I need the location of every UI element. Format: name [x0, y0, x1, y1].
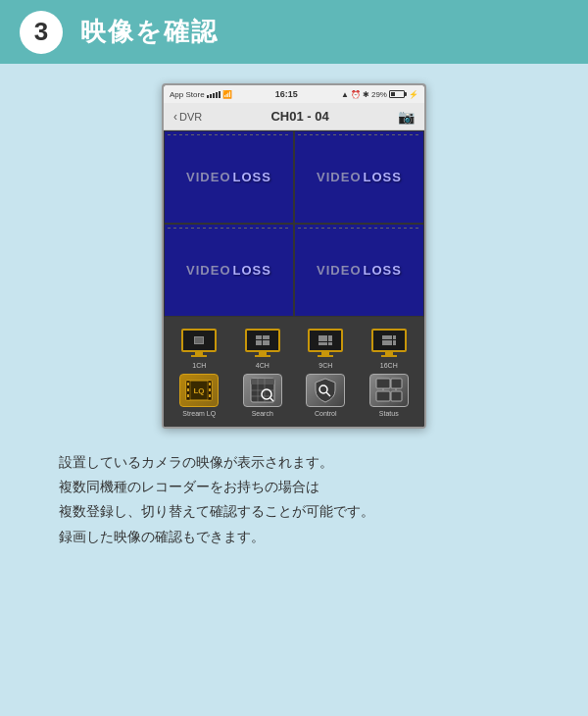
- toolbar-item-stream[interactable]: LQ Stream LQ: [172, 373, 226, 417]
- description-block: 設置しているカメラの映像が表示されます。 複数同機種のレコーダーをお持ちの場合は…: [29, 450, 559, 549]
- video-word-1: VIDEO: [186, 170, 230, 184]
- signal-bar-2: [210, 94, 212, 98]
- phone-mockup: App Store 📶 16:15 ▲ ⏰ ✱ 29%: [162, 83, 426, 429]
- nav-back-button[interactable]: ‹ DVR: [173, 110, 202, 124]
- svg-rect-20: [376, 379, 390, 388]
- signal-bar-5: [219, 91, 220, 98]
- 1ch-label: 1CH: [192, 362, 206, 369]
- search-icon-container: [242, 373, 283, 408]
- svg-rect-4: [187, 388, 189, 391]
- 16ch-icon-container: [368, 325, 410, 360]
- toolbar-item-16ch[interactable]: 16CH: [362, 325, 416, 369]
- toolbar-item-search[interactable]: Search: [235, 373, 289, 417]
- search-svg: [249, 377, 276, 404]
- 4ch-icon-container: [242, 325, 283, 360]
- svg-rect-22: [376, 391, 390, 401]
- status-label: Status: [379, 410, 399, 417]
- page-header: 3 映像を確認: [0, 0, 588, 64]
- toolbar-item-control[interactable]: Control: [299, 373, 353, 417]
- wifi-icon: 📶: [222, 90, 232, 99]
- svg-rect-6: [209, 383, 211, 385]
- control-svg: [312, 377, 339, 404]
- 4ch-label: 4CH: [256, 362, 270, 369]
- status-icon-container: [368, 373, 410, 408]
- phone-wrapper: App Store 📶 16:15 ▲ ⏰ ✱ 29%: [29, 83, 559, 429]
- bluetooth-icon: ✱: [363, 90, 369, 99]
- video-word-4: VIDEO: [317, 263, 361, 278]
- svg-rect-23: [391, 391, 402, 401]
- charging-icon: ⚡: [409, 90, 418, 99]
- alarm-icon: ⏰: [351, 90, 361, 99]
- battery-icon: [389, 90, 407, 98]
- toolbar-row-1: 1CH: [168, 325, 420, 369]
- svg-rect-21: [391, 379, 402, 388]
- 16ch-label: 16CH: [380, 362, 398, 369]
- 1ch-icon-container: [178, 325, 220, 360]
- search-label: Search: [252, 410, 273, 417]
- svg-rect-5: [187, 394, 189, 397]
- video-cell-4: VIDEO LOSS: [294, 224, 424, 317]
- svg-rect-11: [251, 379, 274, 384]
- loss-word-4: LOSS: [364, 263, 402, 278]
- nav-back-label: DVR: [179, 111, 202, 123]
- svg-rect-7: [209, 388, 211, 391]
- 9ch-icon-container: [305, 325, 346, 360]
- loss-word-3: LOSS: [233, 263, 271, 278]
- video-grid: VIDEO LOSS VIDEO LOSS VIDEO LOSS: [164, 130, 424, 317]
- signal-bars: [207, 90, 220, 98]
- video-loss-4: VIDEO LOSS: [317, 263, 402, 278]
- stream-icon-container: LQ: [178, 373, 220, 408]
- video-loss-3: VIDEO LOSS: [186, 263, 271, 278]
- toolbar-item-1ch[interactable]: 1CH: [172, 325, 226, 369]
- status-svg: [375, 377, 403, 404]
- page-title: 映像を確認: [80, 15, 219, 49]
- control-label: Control: [315, 410, 337, 417]
- stream-svg: LQ: [185, 378, 213, 403]
- battery-percent: 29%: [371, 90, 387, 99]
- svg-rect-8: [209, 394, 211, 397]
- stream-label: Stream LQ: [182, 410, 216, 417]
- video-word-2: VIDEO: [317, 170, 361, 184]
- video-cell-2: VIDEO LOSS: [294, 130, 424, 224]
- video-loss-1: VIDEO LOSS: [186, 170, 271, 184]
- status-bar: App Store 📶 16:15 ▲ ⏰ ✱ 29%: [164, 85, 424, 103]
- signal-bar-1: [207, 95, 209, 98]
- video-cell-3: VIDEO LOSS: [164, 224, 294, 317]
- loss-word-1: LOSS: [233, 170, 271, 184]
- toolbar-item-4ch[interactable]: 4CH: [235, 325, 289, 369]
- description-line-3: 複数登録し、切り替えて確認することが可能です。: [59, 499, 529, 524]
- location-icon: ▲: [341, 90, 349, 99]
- status-right: ▲ ⏰ ✱ 29% ⚡: [341, 90, 418, 99]
- svg-text:LQ: LQ: [194, 386, 205, 395]
- toolbar-item-9ch[interactable]: 9CH: [299, 325, 353, 369]
- toolbar-row-2: LQ Stream LQ: [168, 373, 420, 417]
- nav-bar: ‹ DVR CH01 - 04 📷: [164, 103, 424, 130]
- toolbar-item-status[interactable]: Status: [362, 373, 416, 417]
- description-line-4: 録画した映像の確認もできます。: [59, 525, 529, 549]
- camera-icon[interactable]: 📷: [398, 109, 415, 125]
- nav-title: CH01 - 04: [270, 109, 328, 124]
- loss-word-2: LOSS: [364, 170, 402, 184]
- description-line-2: 複数同機種のレコーダーをお持ちの場合は: [59, 475, 529, 499]
- step-number: 3: [34, 17, 48, 47]
- video-loss-2: VIDEO LOSS: [317, 170, 402, 184]
- control-icon-container: [305, 373, 346, 408]
- svg-rect-3: [187, 383, 189, 385]
- status-time: 16:15: [275, 89, 298, 99]
- signal-bar-4: [216, 92, 218, 98]
- video-word-3: VIDEO: [186, 263, 230, 278]
- description-line-1: 設置しているカメラの映像が表示されます。: [59, 450, 529, 475]
- content-area: App Store 📶 16:15 ▲ ⏰ ✱ 29%: [0, 64, 588, 569]
- app-store-label: App Store: [170, 90, 205, 99]
- back-chevron-icon: ‹: [173, 110, 177, 124]
- signal-bar-3: [213, 93, 215, 98]
- status-left: App Store 📶: [170, 90, 232, 99]
- step-circle: 3: [20, 11, 63, 54]
- video-cell-1: VIDEO LOSS: [164, 130, 294, 224]
- toolbar: 1CH: [164, 317, 424, 427]
- 9ch-label: 9CH: [318, 362, 332, 369]
